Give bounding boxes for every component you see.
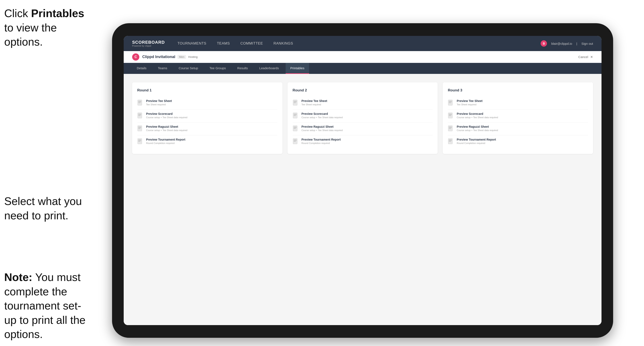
svg-rect-37 xyxy=(449,101,452,101)
report-2-item[interactable]: Preview Tournament Report Round Completi… xyxy=(292,135,433,148)
scorecard-1-text: Preview Scorecard Course setup + Tee She… xyxy=(146,112,187,119)
raguzzi-2-title: Preview Raguzzi Sheet xyxy=(302,125,343,128)
instruction-top: Click Printables to view the options. xyxy=(4,6,84,49)
tab-leaderboards[interactable]: Leaderboards xyxy=(254,63,284,74)
sign-out-separator: | xyxy=(576,42,577,45)
cancel-x-icon: ✕ xyxy=(590,55,593,59)
top-nav: SCOREBOARD Powered by clippd TOURNAMENTS… xyxy=(124,36,602,51)
svg-rect-41 xyxy=(449,114,452,114)
svg-rect-15 xyxy=(138,128,140,129)
tee-sheet-2-title: Preview Tee Sheet xyxy=(302,99,327,103)
svg-rect-7 xyxy=(138,103,140,103)
tab-details[interactable]: Details xyxy=(132,63,151,74)
user-email: blair@clippd.io xyxy=(551,42,572,45)
scorecard-3-item[interactable]: Preview Scorecard Course setup + Tee She… xyxy=(448,110,588,122)
report-1-item[interactable]: Preview Tournament Report Round Completi… xyxy=(137,135,278,148)
scorecard-2-icon xyxy=(292,113,298,120)
raguzzi-2-item[interactable]: Preview Raguzzi Sheet Course setup + Tee… xyxy=(292,122,433,135)
raguzzi-2-subtitle: Course setup + Tee Sheet data required xyxy=(302,129,343,132)
top-nav-right: B blair@clippd.io | Sign out xyxy=(540,40,593,47)
raguzzi-2-icon xyxy=(292,125,298,133)
svg-rect-34 xyxy=(294,140,297,141)
raguzzi-1-subtitle: Course setup + Tee Sheet data required xyxy=(146,129,187,132)
scorecard-2-item[interactable]: Preview Scorecard Course setup + Tee She… xyxy=(292,110,433,122)
report-1-title: Preview Tournament Report xyxy=(146,138,186,141)
scorecard-1-title: Preview Scorecard xyxy=(146,112,187,116)
nav-rankings[interactable]: RANKINGS xyxy=(274,41,293,46)
logo-title: SCOREBOARD xyxy=(132,40,165,45)
raguzzi-3-text: Preview Raguzzi Sheet Course setup + Tee… xyxy=(457,125,498,132)
report-3-title: Preview Tournament Report xyxy=(457,138,496,141)
tab-teams[interactable]: Teams xyxy=(153,63,172,74)
report-2-text: Preview Tournament Report Round Completi… xyxy=(302,138,341,144)
raguzzi-1-item[interactable]: Preview Raguzzi Sheet Course setup + Tee… xyxy=(137,122,278,135)
tee-sheet-2-text: Preview Tee Sheet Tee Sheet required xyxy=(302,99,327,106)
round-3-title: Round 3 xyxy=(448,88,588,92)
tournament-name: Clippd Invitational xyxy=(142,55,175,59)
scorecard-1-item[interactable]: Preview Scorecard Course setup + Tee She… xyxy=(137,110,278,122)
svg-rect-17 xyxy=(138,140,141,140)
tee-sheet-2-item[interactable]: Preview Tee Sheet Tee Sheet required xyxy=(292,97,433,110)
svg-rect-22 xyxy=(294,102,297,102)
svg-rect-35 xyxy=(294,141,296,142)
report-1-icon xyxy=(137,138,143,146)
scorecard-3-title: Preview Scorecard xyxy=(457,112,498,116)
report-3-icon xyxy=(448,138,454,146)
scorecard-3-icon xyxy=(448,113,454,120)
top-nav-links: TOURNAMENTS TEAMS COMMITTEE RANKINGS xyxy=(178,41,540,46)
raguzzi-1-title: Preview Raguzzi Sheet xyxy=(146,125,187,128)
svg-rect-21 xyxy=(294,101,297,101)
svg-rect-30 xyxy=(294,128,297,128)
tablet-frame: SCOREBOARD Powered by clippd TOURNAMENTS… xyxy=(112,23,613,338)
scorecard-2-text: Preview Scorecard Course setup + Tee She… xyxy=(302,112,343,119)
tee-sheet-3-item[interactable]: Preview Tee Sheet Tee Sheet required xyxy=(448,97,588,110)
raguzzi-2-text: Preview Raguzzi Sheet Course setup + Tee… xyxy=(302,125,343,132)
tab-tee-groups[interactable]: Tee Groups xyxy=(205,63,231,74)
tee-sheet-1-text: Preview Tee Sheet Tee Sheet required xyxy=(146,99,172,106)
svg-rect-9 xyxy=(138,114,141,114)
tee-sheet-1-subtitle: Tee Sheet required xyxy=(146,103,172,106)
logo-sub: Powered by clippd xyxy=(132,45,165,47)
round-2-column: Round 2 Preview Tee Sheet xyxy=(288,82,438,154)
report-1-subtitle: Round Completion required xyxy=(146,142,186,144)
svg-rect-11 xyxy=(138,116,140,116)
svg-rect-46 xyxy=(449,128,452,128)
raguzzi-1-icon xyxy=(137,125,143,133)
tab-course-setup[interactable]: Course Setup xyxy=(174,63,203,74)
raguzzi-3-item[interactable]: Preview Raguzzi Sheet Course setup + Tee… xyxy=(448,122,588,135)
cancel-button[interactable]: Cancel ✕ xyxy=(578,55,593,59)
tee-sheet-1-icon xyxy=(137,100,143,107)
svg-rect-47 xyxy=(449,128,451,129)
nav-committee[interactable]: COMMITTEE xyxy=(240,41,263,46)
nav-teams[interactable]: TEAMS xyxy=(217,41,230,46)
svg-rect-45 xyxy=(449,127,452,127)
tab-printables[interactable]: Printables xyxy=(286,63,309,74)
tournament-logo: C xyxy=(132,53,139,61)
scorecard-3-text: Preview Scorecard Course setup + Tee She… xyxy=(457,112,498,119)
report-3-item[interactable]: Preview Tournament Report Round Completi… xyxy=(448,135,588,148)
report-2-title: Preview Tournament Report xyxy=(302,138,341,141)
report-3-text: Preview Tournament Report Round Completi… xyxy=(457,138,496,144)
svg-rect-10 xyxy=(138,115,141,115)
tee-sheet-3-subtitle: Tee Sheet required xyxy=(457,103,482,106)
svg-rect-49 xyxy=(449,140,452,140)
tab-results[interactable]: Results xyxy=(232,63,252,74)
rounds-container: Round 1 Preview Tee Sheet xyxy=(132,82,593,154)
svg-rect-51 xyxy=(449,141,451,142)
instruction-bottom-bold: Note: xyxy=(4,271,32,283)
raguzzi-3-icon xyxy=(448,125,454,133)
svg-rect-6 xyxy=(138,102,141,102)
svg-rect-23 xyxy=(294,103,296,103)
scorecard-3-subtitle: Course setup + Tee Sheet data required xyxy=(457,116,498,119)
svg-rect-13 xyxy=(138,127,141,127)
sign-out-link[interactable]: Sign out xyxy=(582,42,593,45)
nav-tournaments[interactable]: TOURNAMENTS xyxy=(178,41,206,46)
scorecard-2-title: Preview Scorecard xyxy=(302,112,343,116)
svg-rect-5 xyxy=(138,101,141,101)
round-1-column: Round 1 Preview Tee Sheet xyxy=(132,82,282,154)
tee-sheet-1-item[interactable]: Preview Tee Sheet Tee Sheet required xyxy=(137,97,278,110)
svg-rect-14 xyxy=(138,128,141,128)
svg-rect-29 xyxy=(294,127,297,127)
raguzzi-3-subtitle: Course setup + Tee Sheet data required xyxy=(457,129,498,132)
tournament-badge: Men xyxy=(178,55,186,59)
